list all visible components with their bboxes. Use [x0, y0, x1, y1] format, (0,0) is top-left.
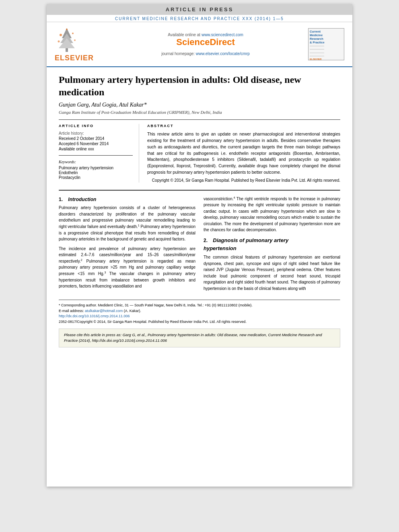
section1-title: Introduction	[68, 197, 96, 202]
sciencedirect-logo: ScienceDirect	[107, 37, 304, 47]
accepted-date: Accepted 6 November 2014	[59, 142, 133, 146]
authors-text: Gunjan Garg, Atul Gogia, Atul Kakar*	[59, 102, 147, 108]
section1-number: 1. Introduction	[59, 196, 195, 203]
section1-num-text: 1.	[59, 197, 63, 202]
article-title: Pulmonary artery hypertension in adults:…	[59, 74, 340, 99]
abstract-label: ABSTRACT	[147, 124, 340, 128]
sciencedirect-url[interactable]: www.sciencedirect.com	[202, 33, 243, 37]
svg-marker-3	[59, 38, 75, 48]
abstract-text: This review article aims to give an upda…	[147, 131, 340, 175]
section2-number: 2. Diagnosis of pulmonary arteryhyperten…	[204, 236, 340, 253]
section2-block: 2. Diagnosis of pulmonary arteryhyperten…	[204, 236, 340, 292]
keyword-prostacyclin: Prostacyclin	[59, 175, 133, 180]
title-divider	[59, 119, 340, 120]
cover-elsevier-mini: ELSEVIER	[310, 58, 343, 60]
section1-para1: Pulmonary artery hypertension consists o…	[59, 205, 195, 242]
abstract-copyright: Copyright © 2014, Sir Ganga Ram Hospital…	[147, 178, 340, 183]
received-date: Received 2 October 2014	[59, 136, 133, 141]
cover-lines: ————————————————————————	[310, 44, 343, 58]
body-left-column: 1. Introduction Pulmonary artery hyperte…	[59, 196, 195, 295]
body-columns: 1. Introduction Pulmonary artery hyperte…	[59, 196, 340, 295]
journal-homepage-url[interactable]: www.elsevier.com/locate/cmrp	[196, 51, 250, 56]
keyword-endothelin: Endothelin	[59, 170, 133, 175]
section1-para2: The incidence and prevalence of pulmonar…	[59, 246, 195, 290]
keyword-pah: Pulmonary artery hypertension	[59, 166, 133, 170]
keywords-label: Keywords:	[59, 160, 133, 164]
footnote-corresponding: * Corresponding author. Medident Clinic,…	[59, 303, 340, 308]
svg-point-5	[72, 33, 74, 34]
svg-point-7	[74, 39, 76, 41]
available-online: Available online xxx	[59, 147, 133, 151]
cover-title-text: CurrentMedicineResearch& Practice	[310, 30, 343, 44]
citation-box: Please cite this article in press as: Ga…	[59, 329, 340, 347]
citation-label-text: Please cite this article in press as: Ga…	[64, 333, 322, 343]
section2-title: Diagnosis of pulmonary arteryhypertensio…	[204, 237, 288, 251]
section2-num-text: 2.	[204, 238, 208, 243]
footnote-email-link[interactable]: atulkakar@hotmail.com	[85, 309, 123, 313]
svg-point-8	[66, 29, 68, 30]
main-content: Pulmonary artery hypertension in adults:…	[47, 74, 352, 354]
journal-title: CURRENT MEDICINE RESEARCH AND PRACTICE X…	[115, 16, 284, 21]
center-header-block: Available online at www.sciencedirect.co…	[107, 33, 304, 56]
info-divider	[59, 155, 133, 156]
elsevier-brand-text: ELSEVIER	[55, 54, 107, 62]
affiliation-text: Ganga Ram Institute of Post-Graduation M…	[59, 110, 340, 115]
authors-line: Gunjan Garg, Atul Gogia, Atul Kakar*	[59, 102, 340, 108]
sciencedirect-logo-text: Science	[176, 37, 210, 47]
journal-homepage-label: journal homepage:	[161, 51, 195, 56]
abstract-column: ABSTRACT This review article aims to giv…	[147, 124, 340, 182]
svg-point-6	[58, 41, 60, 43]
elsevier-tree-icon	[55, 26, 79, 52]
article-info-label: ARTICLE INFO	[59, 124, 133, 128]
journal-header: CURRENT MEDICINE RESEARCH AND PRACTICE X…	[47, 15, 352, 22]
journal-homepage-text: journal homepage: www.elsevier.com/locat…	[107, 51, 304, 56]
footnote-issn: 2352-0817/Copyright © 2014, Sir Ganga Ra…	[59, 319, 340, 325]
footnote-email: E-mail address: atulkakar@hotmail.com (A…	[59, 308, 340, 314]
article-info-column: ARTICLE INFO Article history: Received 2…	[59, 124, 139, 182]
banner-text: ARTICLE IN PRESS	[166, 6, 234, 12]
section2-para: The common clinical features of pulmonar…	[204, 254, 340, 292]
top-row: ELSEVIER Available online at www.science…	[47, 22, 352, 67]
elsevier-logo-block: ELSEVIER	[55, 26, 107, 62]
history-label: Article history:	[59, 131, 133, 136]
footnote-corresponding-text: * Corresponding author. Medident Clinic,…	[59, 303, 253, 307]
sciencedirect-logo-direct: Direct	[210, 37, 234, 47]
right-logo-block: CurrentMedicineResearch& Practice ——————…	[304, 28, 344, 60]
body-divider	[59, 190, 340, 191]
footnote-email-name: (A. Kakar).	[124, 309, 141, 313]
footnote-doi-link[interactable]: http://dx.doi.org/10.1016/j.cmrp.2014.11…	[59, 314, 130, 318]
svg-point-4	[60, 34, 62, 36]
article-in-press-banner: ARTICLE IN PRESS	[47, 4, 352, 15]
available-online-text: Available online at www.sciencedirect.co…	[107, 33, 304, 37]
footnote-divider	[59, 300, 340, 300]
info-abstract-columns: ARTICLE INFO Article history: Received 2…	[59, 124, 340, 182]
footnote-doi: http://dx.doi.org/10.1016/j.cmrp.2014.11…	[59, 314, 340, 319]
article-page: ARTICLE IN PRESS CURRENT MEDICINE RESEAR…	[47, 4, 352, 487]
journal-cover-thumbnail: CurrentMedicineResearch& Practice ——————…	[308, 28, 344, 60]
section1-col2-para1: vasoconstriction.4 The right ventricle r…	[204, 196, 340, 233]
footnote-email-label: E-mail address:	[59, 309, 85, 313]
body-right-column: vasoconstriction.4 The right ventricle r…	[204, 196, 340, 295]
